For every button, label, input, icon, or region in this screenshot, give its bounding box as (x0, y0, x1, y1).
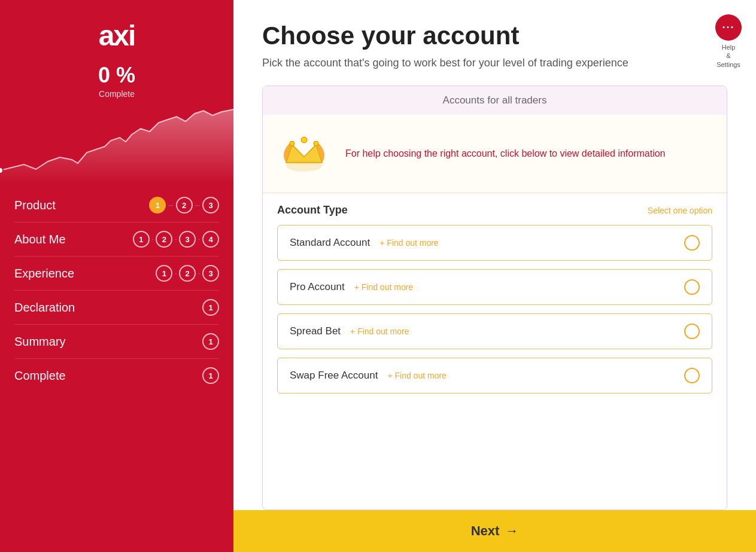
svg-point-9 (315, 142, 318, 145)
page-title: Choose your account (262, 22, 727, 50)
account-name-pro: Pro Account (290, 281, 345, 293)
find-out-more-swap-free[interactable]: + Find out more (387, 371, 446, 380)
radio-pro[interactable] (684, 279, 700, 295)
account-option-standard[interactable]: Standard Account + Find out more (277, 225, 712, 261)
svg-point-7 (291, 142, 294, 145)
account-type-section: Account Type Select one option Standard … (263, 193, 727, 510)
account-option-pro[interactable]: Pro Account + Find out more (277, 269, 712, 305)
find-out-more-standard[interactable]: + Find out more (379, 238, 438, 248)
card-info: For help choosing the right account, cli… (263, 115, 727, 193)
radio-standard[interactable] (684, 235, 700, 251)
nav-list: Product 1 ··· 2 ··· 3 About Me 1 · 2 · 3… (0, 188, 233, 392)
main-content: ··· Help&Settings Choose your account Pi… (233, 0, 756, 552)
next-button[interactable]: Next → (233, 510, 756, 552)
svg-point-8 (302, 138, 306, 142)
sidebar-item-declaration[interactable]: Declaration 1 (14, 291, 219, 325)
select-hint: Select one option (648, 206, 712, 215)
sparkline-chart (0, 105, 233, 182)
account-option-spread-bet[interactable]: Spread Bet + Find out more (277, 313, 712, 349)
radio-spread-bet[interactable] (684, 324, 700, 339)
help-settings-label: Help&Settings (716, 43, 740, 69)
radio-swap-free[interactable] (684, 368, 700, 383)
crown-icon (277, 127, 331, 181)
progress-label: Complete (99, 89, 135, 99)
sidebar-item-about-me[interactable]: About Me 1 · 2 · 3 · 4 (14, 222, 219, 257)
sidebar-item-experience[interactable]: Experience 1 · 2 · 3 (14, 257, 219, 291)
card-info-text: For help choosing the right account, cli… (345, 146, 666, 161)
account-name-swap-free: Swap Free Account (290, 370, 378, 382)
account-type-title: Account Type (277, 204, 348, 216)
sidebar: axi 0 % Complete Product 1 ··· 2 (0, 0, 233, 552)
sidebar-item-summary[interactable]: Summary 1 (14, 325, 219, 359)
logo: axi (99, 19, 135, 52)
account-card: Accounts for all traders (262, 86, 727, 510)
progress-percentage: 0 % (98, 63, 135, 88)
help-settings-button[interactable]: ··· Help&Settings (715, 14, 742, 69)
next-arrow-icon: → (505, 523, 518, 539)
sidebar-item-product[interactable]: Product 1 ··· 2 ··· 3 (14, 188, 219, 222)
account-name-standard: Standard Account (290, 237, 370, 249)
account-name-spread-bet: Spread Bet (290, 325, 341, 337)
sidebar-item-complete[interactable]: Complete 1 (14, 359, 219, 392)
find-out-more-spread-bet[interactable]: + Find out more (350, 327, 409, 336)
svg-point-0 (0, 167, 3, 173)
card-header: Accounts for all traders (263, 86, 727, 115)
find-out-more-pro[interactable]: + Find out more (354, 282, 413, 292)
page-subtitle: Pick the account that's going to work be… (262, 55, 727, 71)
account-option-swap-free[interactable]: Swap Free Account + Find out more (277, 358, 712, 394)
next-button-label: Next (471, 523, 500, 539)
